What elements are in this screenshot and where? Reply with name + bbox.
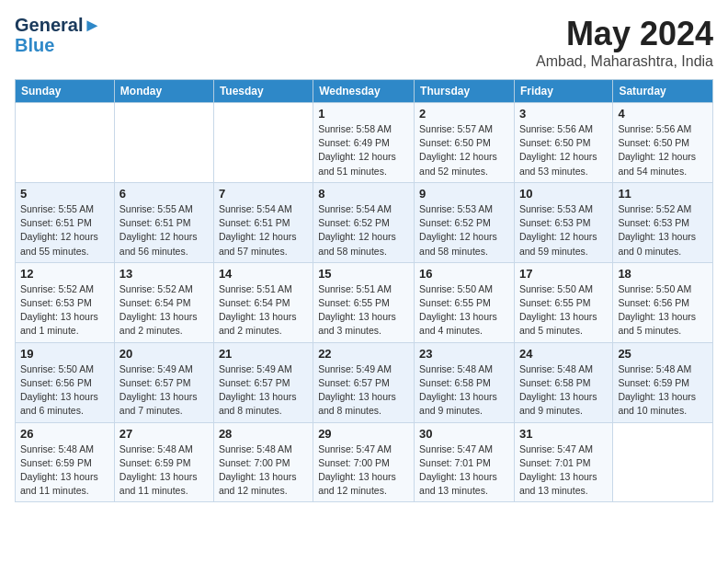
logo-blue: Blue [15, 35, 101, 55]
calendar-cell: 16Sunrise: 5:50 AMSunset: 6:55 PMDayligh… [415, 262, 515, 342]
day-number: 4 [618, 107, 708, 121]
title-block: May 2024 Ambad, Maharashtra, India [536, 15, 713, 70]
day-info: Sunrise: 5:48 AMSunset: 6:58 PMDaylight:… [519, 362, 608, 419]
weekday-header: Friday [514, 80, 612, 103]
day-info: Sunrise: 5:58 AMSunset: 6:49 PMDaylight:… [318, 122, 409, 178]
logo-general: General► [15, 15, 101, 35]
day-number: 8 [318, 187, 409, 201]
day-info: Sunrise: 5:52 AMSunset: 6:53 PMDaylight:… [618, 202, 708, 259]
day-info: Sunrise: 5:47 AMSunset: 7:00 PMDaylight:… [318, 442, 409, 499]
weekday-header: Tuesday [213, 80, 313, 103]
day-number: 22 [318, 347, 409, 361]
day-info: Sunrise: 5:47 AMSunset: 7:01 PMDaylight:… [419, 442, 509, 499]
weekday-header: Thursday [415, 80, 515, 103]
calendar-cell: 19Sunrise: 5:50 AMSunset: 6:56 PMDayligh… [16, 342, 115, 422]
day-info: Sunrise: 5:56 AMSunset: 6:50 PMDaylight:… [618, 122, 708, 178]
day-info: Sunrise: 5:52 AMSunset: 6:53 PMDaylight:… [20, 282, 109, 339]
day-info: Sunrise: 5:49 AMSunset: 6:57 PMDaylight:… [318, 362, 409, 419]
calendar-cell: 24Sunrise: 5:48 AMSunset: 6:58 PMDayligh… [514, 342, 612, 422]
day-number: 15 [318, 267, 409, 281]
day-info: Sunrise: 5:57 AMSunset: 6:50 PMDaylight:… [419, 122, 509, 178]
day-info: Sunrise: 5:48 AMSunset: 6:59 PMDaylight:… [119, 442, 209, 499]
day-number: 17 [519, 267, 608, 281]
day-number: 7 [219, 187, 308, 201]
day-number: 21 [219, 347, 308, 361]
calendar-cell: 6Sunrise: 5:55 AMSunset: 6:51 PMDaylight… [114, 182, 213, 262]
calendar-table: SundayMondayTuesdayWednesdayThursdayFrid… [15, 79, 713, 502]
day-number: 2 [419, 107, 509, 121]
calendar-cell: 9Sunrise: 5:53 AMSunset: 6:52 PMDaylight… [415, 182, 515, 262]
calendar-cell: 18Sunrise: 5:50 AMSunset: 6:56 PMDayligh… [613, 262, 713, 342]
calendar-week-row: 12Sunrise: 5:52 AMSunset: 6:53 PMDayligh… [16, 262, 713, 342]
calendar-cell: 12Sunrise: 5:52 AMSunset: 6:53 PMDayligh… [16, 262, 115, 342]
day-number: 24 [519, 347, 608, 361]
day-info: Sunrise: 5:50 AMSunset: 6:55 PMDaylight:… [519, 282, 608, 339]
day-info: Sunrise: 5:55 AMSunset: 6:51 PMDaylight:… [20, 202, 109, 259]
weekday-header: Saturday [613, 80, 713, 103]
calendar-cell: 22Sunrise: 5:49 AMSunset: 6:57 PMDayligh… [313, 342, 415, 422]
day-number: 6 [119, 187, 209, 201]
day-info: Sunrise: 5:52 AMSunset: 6:54 PMDaylight:… [119, 282, 209, 339]
calendar-cell: 25Sunrise: 5:48 AMSunset: 6:59 PMDayligh… [613, 342, 713, 422]
calendar-week-row: 19Sunrise: 5:50 AMSunset: 6:56 PMDayligh… [16, 342, 713, 422]
month-title: May 2024 [536, 15, 713, 53]
day-number: 29 [318, 427, 409, 441]
day-number: 30 [419, 427, 509, 441]
day-info: Sunrise: 5:54 AMSunset: 6:52 PMDaylight:… [318, 202, 409, 259]
day-info: Sunrise: 5:50 AMSunset: 6:55 PMDaylight:… [419, 282, 509, 339]
day-number: 23 [419, 347, 509, 361]
calendar-cell: 10Sunrise: 5:53 AMSunset: 6:53 PMDayligh… [514, 182, 612, 262]
calendar-cell [613, 422, 713, 502]
calendar-week-row: 5Sunrise: 5:55 AMSunset: 6:51 PMDaylight… [16, 182, 713, 262]
day-info: Sunrise: 5:49 AMSunset: 6:57 PMDaylight:… [119, 362, 209, 419]
calendar-week-row: 26Sunrise: 5:48 AMSunset: 6:59 PMDayligh… [16, 422, 713, 502]
calendar-week-row: 1Sunrise: 5:58 AMSunset: 6:49 PMDaylight… [16, 103, 713, 183]
day-info: Sunrise: 5:50 AMSunset: 6:56 PMDaylight:… [20, 362, 109, 419]
day-number: 1 [318, 107, 409, 121]
weekday-header: Sunday [16, 80, 115, 103]
day-info: Sunrise: 5:50 AMSunset: 6:56 PMDaylight:… [618, 282, 708, 339]
day-number: 31 [519, 427, 608, 441]
day-info: Sunrise: 5:56 AMSunset: 6:50 PMDaylight:… [519, 122, 608, 178]
day-number: 27 [119, 427, 209, 441]
day-info: Sunrise: 5:53 AMSunset: 6:53 PMDaylight:… [519, 202, 608, 259]
calendar-cell [114, 103, 213, 183]
calendar-cell: 3Sunrise: 5:56 AMSunset: 6:50 PMDaylight… [514, 103, 612, 183]
day-info: Sunrise: 5:51 AMSunset: 6:55 PMDaylight:… [318, 282, 409, 339]
calendar-cell: 8Sunrise: 5:54 AMSunset: 6:52 PMDaylight… [313, 182, 415, 262]
day-number: 13 [119, 267, 209, 281]
calendar-cell: 21Sunrise: 5:49 AMSunset: 6:57 PMDayligh… [213, 342, 313, 422]
calendar-cell: 15Sunrise: 5:51 AMSunset: 6:55 PMDayligh… [313, 262, 415, 342]
day-info: Sunrise: 5:47 AMSunset: 7:01 PMDaylight:… [519, 442, 608, 499]
calendar-cell: 23Sunrise: 5:48 AMSunset: 6:58 PMDayligh… [415, 342, 515, 422]
calendar-cell: 30Sunrise: 5:47 AMSunset: 7:01 PMDayligh… [415, 422, 515, 502]
day-number: 19 [20, 347, 109, 361]
day-info: Sunrise: 5:49 AMSunset: 6:57 PMDaylight:… [219, 362, 308, 419]
calendar-cell [16, 103, 115, 183]
calendar-cell: 4Sunrise: 5:56 AMSunset: 6:50 PMDaylight… [613, 103, 713, 183]
day-info: Sunrise: 5:55 AMSunset: 6:51 PMDaylight:… [119, 202, 209, 259]
calendar-cell: 26Sunrise: 5:48 AMSunset: 6:59 PMDayligh… [16, 422, 115, 502]
calendar-cell: 7Sunrise: 5:54 AMSunset: 6:51 PMDaylight… [213, 182, 313, 262]
day-number: 14 [219, 267, 308, 281]
day-number: 5 [20, 187, 109, 201]
day-number: 12 [20, 267, 109, 281]
calendar-cell: 13Sunrise: 5:52 AMSunset: 6:54 PMDayligh… [114, 262, 213, 342]
page-header: General► Blue May 2024 Ambad, Maharashtr… [15, 15, 713, 70]
day-info: Sunrise: 5:53 AMSunset: 6:52 PMDaylight:… [419, 202, 509, 259]
weekday-header: Wednesday [313, 80, 415, 103]
weekday-header: Monday [114, 80, 213, 103]
calendar-cell: 2Sunrise: 5:57 AMSunset: 6:50 PMDaylight… [415, 103, 515, 183]
day-number: 25 [618, 347, 708, 361]
calendar-cell: 29Sunrise: 5:47 AMSunset: 7:00 PMDayligh… [313, 422, 415, 502]
day-number: 20 [119, 347, 209, 361]
day-number: 26 [20, 427, 109, 441]
day-number: 28 [219, 427, 308, 441]
location-title: Ambad, Maharashtra, India [536, 53, 713, 70]
day-info: Sunrise: 5:51 AMSunset: 6:54 PMDaylight:… [219, 282, 308, 339]
calendar-cell [213, 103, 313, 183]
day-info: Sunrise: 5:48 AMSunset: 6:59 PMDaylight:… [618, 362, 708, 419]
logo: General► Blue [15, 15, 101, 55]
calendar-cell: 17Sunrise: 5:50 AMSunset: 6:55 PMDayligh… [514, 262, 612, 342]
day-info: Sunrise: 5:48 AMSunset: 6:58 PMDaylight:… [419, 362, 509, 419]
